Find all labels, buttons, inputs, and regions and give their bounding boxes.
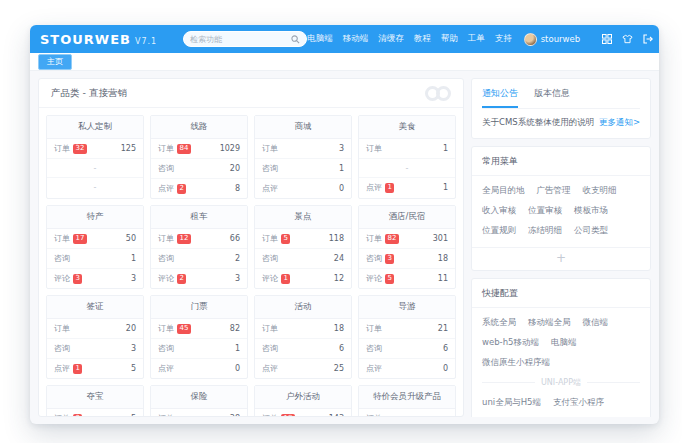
stat-row[interactable]: 订单32125 — [47, 139, 143, 159]
stat-value: 5 — [131, 364, 136, 373]
logout-icon[interactable] — [643, 34, 653, 44]
global-search[interactable] — [183, 31, 307, 47]
tab-version-info[interactable]: 版本信息 — [534, 79, 570, 108]
product-card-title: 户外活动 — [255, 386, 351, 409]
product-card-title: 线路 — [151, 116, 247, 139]
stat-row[interactable]: 点评0 — [151, 359, 247, 378]
stat-row[interactable]: 订单1266 — [151, 229, 247, 249]
quick-link[interactable]: 收支明细 — [583, 185, 617, 197]
product-card-title: 夺宝 — [47, 386, 143, 409]
quick-link[interactable]: 移动端全局 — [528, 317, 571, 329]
quick-link[interactable]: 微信原生小程序端 — [482, 357, 550, 369]
avatar[interactable] — [524, 33, 537, 46]
nav-item-6[interactable]: 工单 — [468, 33, 485, 45]
quick-link[interactable]: 广告管理 — [537, 185, 571, 197]
stat-row[interactable]: 评论33 — [47, 269, 143, 288]
stat-row[interactable]: 订单20 — [47, 319, 143, 339]
stat-row[interactable]: 评论23 — [151, 269, 247, 288]
stat-row[interactable]: 点评0 — [255, 179, 351, 198]
stat-row[interactable]: 订单5118 — [255, 229, 351, 249]
stat-value: 50 — [126, 234, 136, 243]
stat-row[interactable]: 咨询318 — [359, 249, 455, 269]
stat-row[interactable]: 咨询24 — [255, 249, 351, 269]
quick-link[interactable]: web-h5移动端 — [482, 337, 539, 349]
nav-item-3[interactable]: 清缓存 — [378, 33, 404, 45]
stat-label: 咨询 — [366, 343, 382, 354]
stat-row[interactable]: 订单 — [359, 409, 455, 417]
stat-row[interactable]: 订单1750 — [47, 229, 143, 249]
quick-link[interactable]: 冻结明细 — [528, 225, 562, 237]
quick-link[interactable]: 微信端 — [583, 317, 609, 329]
stat-value: 1 — [235, 344, 240, 353]
notice-item[interactable]: 关于CMS系统整体使用的说明 — [482, 117, 594, 129]
stat-row[interactable]: 订单18143 — [255, 409, 351, 417]
stat-row[interactable]: 咨询2 — [151, 249, 247, 269]
logo-text: STOURWEB — [40, 32, 131, 47]
stat-value: 20 — [126, 324, 136, 333]
quick-link[interactable]: 支付宝小程序 — [553, 397, 604, 409]
quick-link[interactable]: 位置审核 — [528, 205, 562, 217]
stat-label: 咨询 — [262, 163, 278, 174]
theme-icon[interactable] — [622, 34, 633, 44]
stat-row[interactable]: 评论511 — [359, 269, 455, 288]
stat-row[interactable]: 订单841029 — [151, 139, 247, 159]
stat-row[interactable]: 点评15 — [47, 359, 143, 378]
stat-value: 125 — [121, 144, 136, 153]
nav-item-4[interactable]: 教程 — [414, 33, 431, 45]
stat-row[interactable]: 点评11 — [359, 178, 455, 197]
quick-link[interactable]: 全局目的地 — [482, 185, 525, 197]
product-card-title: 特产 — [47, 206, 143, 229]
stat-row[interactable]: 订单38 — [151, 409, 247, 417]
product-card-title: 保险 — [151, 386, 247, 409]
stat-label: 订单 — [366, 323, 382, 334]
quick-link[interactable]: uni全局与H5端 — [482, 397, 541, 409]
quick-link[interactable]: 电脑端 — [551, 337, 577, 349]
quick-link[interactable]: 位置规则 — [482, 225, 516, 237]
stat-badge: 12 — [177, 234, 191, 244]
username: stourweb — [541, 34, 580, 44]
stat-row[interactable]: 订单18 — [255, 319, 351, 339]
nav-item-2[interactable]: 移动端 — [343, 33, 369, 45]
tab-home[interactable]: 主页 — [38, 54, 72, 70]
nav-item-7[interactable]: 支持 — [495, 33, 512, 45]
stat-row[interactable]: 咨询6 — [359, 339, 455, 359]
nav-item-5[interactable]: 帮助 — [441, 33, 458, 45]
stat-row[interactable]: 咨询1 — [151, 339, 247, 359]
stat-row[interactable]: 咨询3 — [47, 339, 143, 359]
stat-row[interactable]: 咨询1 — [255, 159, 351, 179]
stat-badge: 17 — [73, 234, 87, 244]
stat-row[interactable]: 点评28 — [151, 179, 247, 198]
product-card: 夺宝订单25- — [46, 385, 144, 417]
stat-row[interactable]: 咨询20 — [151, 159, 247, 179]
add-menu-button[interactable]: + — [472, 247, 650, 270]
stat-row[interactable]: 订单21 — [359, 319, 455, 339]
stat-value: 2 — [235, 254, 240, 263]
user-menu[interactable]: stourweb — [524, 33, 580, 46]
quick-sections: 常用菜单全局目的地广告管理收支明细收入审核位置审核模板市场位置规则冻结明细公司类… — [471, 146, 651, 417]
stat-row[interactable]: 订单1 — [359, 139, 455, 159]
apps-grid-icon[interactable] — [602, 34, 612, 44]
quick-link[interactable]: 系统全局 — [482, 317, 516, 329]
stat-row[interactable]: 评论112 — [255, 269, 351, 288]
stat-row[interactable]: 咨询6 — [255, 339, 351, 359]
tab-notices[interactable]: 通知公告 — [482, 79, 518, 108]
stat-value: 5 — [131, 414, 136, 417]
stat-row[interactable]: 点评0 — [359, 359, 455, 378]
product-card-title: 特价会员升级产品 — [359, 386, 455, 409]
quick-link[interactable]: 收入审核 — [482, 205, 516, 217]
stat-row[interactable]: 订单82301 — [359, 229, 455, 249]
search-input[interactable] — [190, 35, 291, 44]
stat-row[interactable]: 订单3 — [255, 139, 351, 159]
stat-row[interactable]: 订单4582 — [151, 319, 247, 339]
quick-link[interactable]: 公司类型 — [574, 225, 608, 237]
product-card: 租车订单1266咨询2评论23 — [150, 205, 248, 289]
stat-label: 咨询 — [158, 343, 174, 354]
nav-item-1[interactable]: 电脑端 — [307, 33, 333, 45]
stat-row[interactable]: 点评25 — [255, 359, 351, 378]
quick-link[interactable]: 模板市场 — [574, 205, 608, 217]
more-notices-link[interactable]: 更多通知> — [599, 117, 640, 129]
stat-value: 143 — [329, 414, 344, 417]
stat-row[interactable]: 订单25 — [47, 409, 143, 417]
search-icon[interactable] — [291, 35, 300, 44]
stat-row[interactable]: 咨询1 — [47, 249, 143, 269]
